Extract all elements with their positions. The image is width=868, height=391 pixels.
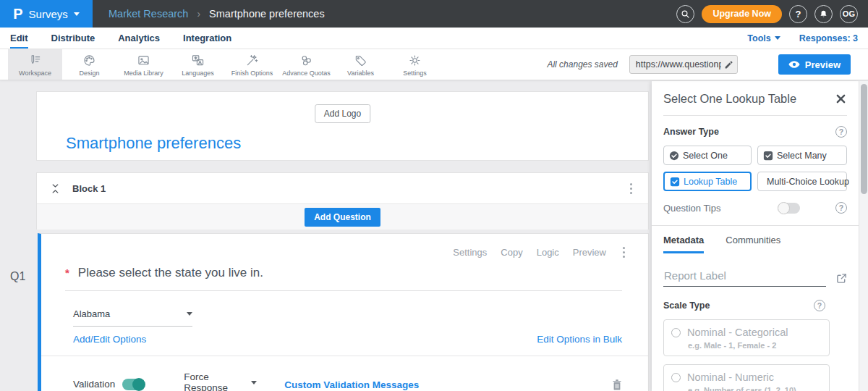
help-button[interactable]: ? (789, 5, 807, 23)
tab-distribute[interactable]: Distribute (51, 28, 95, 49)
tab-communities[interactable]: Communities (726, 235, 780, 253)
edit-url-pencil-icon[interactable] (724, 60, 733, 70)
question-tips-label: Question Tips (663, 203, 721, 214)
breadcrumb: Market Research › Smartphone preferences (109, 8, 325, 20)
search-button[interactable] (676, 5, 694, 23)
survey-title[interactable]: Smartphone preferences (66, 134, 241, 153)
panel-title: Select One Lookup Table (663, 92, 796, 106)
question-action-menu: Settings Copy Logic Preview (453, 244, 628, 261)
block-name[interactable]: Block 1 (72, 183, 106, 194)
validation-toggle[interactable] (122, 379, 145, 390)
report-label-input[interactable] (663, 269, 826, 287)
force-response-value: Force Response (184, 371, 251, 391)
validation-label: Validation (73, 379, 115, 390)
question-number: Q1 (10, 270, 25, 283)
block-menu-kebab-icon[interactable] (627, 180, 635, 197)
palette-icon (82, 53, 97, 68)
custom-validation-messages-link[interactable]: Custom Validation Messages (284, 379, 419, 390)
check-square-icon (763, 151, 773, 161)
edit-options-in-bulk-link[interactable]: Edit Options in Bulk (537, 334, 622, 345)
tools-menu[interactable]: Tools (747, 33, 780, 43)
save-status: All changes saved (547, 59, 617, 70)
survey-nav-bar: Edit Distribute Analytics Integration To… (0, 28, 868, 49)
toolbar-items: Workspace Design Media Library Languages… (8, 49, 442, 80)
toolbar-languages[interactable]: Languages (171, 49, 225, 80)
answer-type-options: Select One Select Many Lookup Table Mult… (663, 146, 847, 191)
question-copy-link[interactable]: Copy (501, 247, 522, 258)
app-logo-surveys-menu[interactable]: P Surveys (0, 0, 93, 28)
product-name: Surveys (29, 8, 68, 20)
preview-label: Preview (805, 59, 841, 70)
tools-label: Tools (747, 33, 770, 43)
avatar[interactable]: OG (840, 5, 858, 23)
add-logo-button[interactable]: Add Logo (315, 104, 370, 123)
force-response-dropdown[interactable]: Force Response (184, 371, 257, 391)
answer-dropdown[interactable]: Alabama (73, 308, 192, 327)
editor-toolbar: Workspace Design Media Library Languages… (0, 49, 868, 80)
radio-icon (671, 328, 681, 337)
notifications-button[interactable] (814, 5, 833, 23)
tab-metadata[interactable]: Metadata (663, 235, 704, 253)
toolbar-variables[interactable]: Variables (333, 49, 388, 80)
preview-button[interactable]: Preview (778, 54, 851, 75)
answer-type-multi-choice-lookup[interactable]: Multi-Choice Lookup (757, 172, 847, 191)
answer-type-select-many[interactable]: Select Many (757, 146, 847, 165)
breadcrumb-separator-icon: › (197, 8, 200, 20)
delete-question-button[interactable] (612, 379, 622, 391)
question-settings-link[interactable]: Settings (453, 247, 487, 258)
eye-icon (788, 61, 800, 68)
tab-integration[interactable]: Integration (183, 28, 231, 49)
tab-analytics[interactable]: Analytics (118, 28, 160, 49)
scrollbar-thumb[interactable] (861, 84, 867, 194)
question-text-field[interactable]: * Please select the state you live in. (65, 266, 622, 291)
question-text[interactable]: Please select the state you live in. (78, 266, 263, 280)
toolbar-right: All changes saved Preview (547, 54, 851, 75)
divider (41, 356, 648, 356)
add-question-button[interactable]: Add Question (305, 208, 380, 227)
tab-edit[interactable]: Edit (10, 28, 28, 49)
option-links-row: Add/Edit Options Edit Options in Bulk (73, 334, 622, 345)
responses-count[interactable]: Responses: 3 (799, 33, 858, 43)
toolbar-media-library[interactable]: Media Library (116, 49, 171, 80)
question-logic-link[interactable]: Logic (537, 247, 559, 258)
help-icon[interactable]: ? (835, 126, 847, 138)
scale-option-nominal-numeric[interactable]: Nominal - Numeric e.g. Number of cars (1… (663, 364, 830, 391)
block-card: Block 1 Add Question (36, 172, 649, 230)
toolbar-settings[interactable]: Settings (388, 49, 442, 80)
add-edit-options-link[interactable]: Add/Edit Options (73, 334, 146, 345)
answer-type-select-one[interactable]: Select One (663, 146, 752, 165)
toolbar-advance-quotas[interactable]: Advance Quotas (279, 49, 333, 80)
translate-icon (190, 53, 205, 68)
survey-url-input[interactable] (636, 59, 721, 70)
help-icon[interactable]: ? (814, 300, 825, 311)
toolbar-workspace[interactable]: Workspace (8, 49, 62, 80)
question-preview-link[interactable]: Preview (573, 247, 606, 258)
toolbar-design[interactable]: Design (62, 49, 116, 80)
trash-icon (612, 379, 622, 391)
scale-type-label: Scale Type (663, 300, 710, 311)
answer-type-lookup-table[interactable]: Lookup Table (663, 172, 752, 191)
open-external-button[interactable] (836, 273, 847, 287)
chain-links-icon (299, 53, 314, 68)
scale-option-nominal-categorical[interactable]: Nominal - Categorical e.g. Male - 1, Fem… (663, 319, 830, 356)
topbar-actions: Upgrade Now ? OG (676, 0, 858, 28)
nav-right: Tools Responses: 3 (747, 33, 858, 43)
external-link-icon (836, 273, 847, 284)
bell-icon (819, 9, 828, 19)
question-menu-kebab-icon[interactable] (620, 244, 628, 261)
breadcrumb-folder[interactable]: Market Research (109, 8, 188, 20)
chevron-down-icon (251, 381, 257, 384)
question-tips-toggle[interactable] (778, 203, 800, 214)
close-panel-button[interactable] (835, 93, 847, 105)
upgrade-button[interactable]: Upgrade Now (702, 5, 782, 23)
workspace-pencil-list-icon (27, 53, 43, 68)
toolbar-finish-options[interactable]: Finish Options (225, 49, 279, 80)
help-icon[interactable]: ? (835, 202, 847, 214)
image-icon (136, 53, 151, 68)
validation-row: Validation Force Response Custom Validat… (73, 371, 622, 391)
magic-wand-icon (244, 53, 260, 68)
gear-icon (407, 53, 422, 68)
collapse-block-icon[interactable] (51, 183, 59, 194)
block-header: Block 1 (37, 173, 648, 204)
panel-scrollbar[interactable] (859, 81, 868, 391)
